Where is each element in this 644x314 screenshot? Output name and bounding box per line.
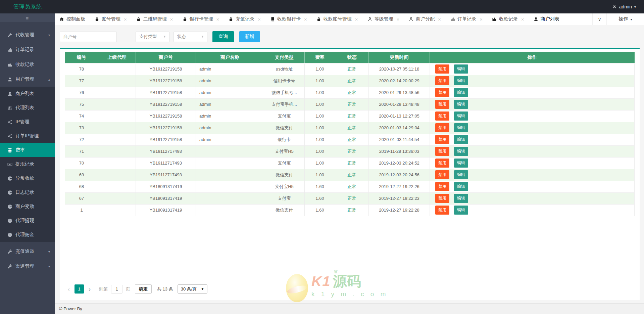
next-page-button[interactable]: › [86,285,94,294]
close-icon[interactable]: × [438,17,441,22]
close-icon[interactable]: × [258,17,261,22]
tab[interactable]: 收款记录 × [487,13,529,25]
sidebar-item[interactable]: IP管理 [0,115,55,129]
close-icon[interactable]: × [355,17,358,22]
page-size-select[interactable]: 30 条/页 ▼ [178,284,208,294]
cell-actions: 禁用 编辑 [430,122,635,134]
tab[interactable]: 银行卡管理 × [178,13,224,25]
tab[interactable]: 商户分配 × [404,13,446,25]
sidebar-item[interactable]: 日志记录 [0,185,55,199]
goto-page-input[interactable] [111,285,122,294]
sidebar-item[interactable]: 渠道管理 ▾ [0,259,55,274]
tab[interactable]: 收款账号管理 × [312,13,363,25]
close-icon[interactable]: × [124,17,127,22]
prev-page-button[interactable]: ‹ [65,285,73,294]
edit-button[interactable]: 编辑 [454,170,468,179]
edit-button[interactable]: 编辑 [454,111,468,121]
sidebar-item[interactable]: 费率 [0,143,55,157]
pay-type-select[interactable]: 支付类型 ▼ [136,32,169,42]
sidebar-item[interactable]: 代理列表 [0,101,55,115]
disable-button[interactable]: 禁用 [435,206,449,215]
cell-updated: 2020-01-13 12:27:05 [369,110,430,122]
status-badge: 正常 [335,192,369,204]
goto-confirm-button[interactable]: 确定 [135,284,152,294]
close-icon[interactable]: × [521,17,524,22]
edit-button[interactable]: 编辑 [454,88,468,97]
add-button[interactable]: 新增 [239,31,260,42]
disable-button[interactable]: 禁用 [435,182,449,191]
search-button[interactable]: 查询 [212,31,234,42]
edit-button[interactable]: 编辑 [454,147,468,156]
sidebar-item[interactable]: 代理提现 [0,214,55,228]
tabs-overflow-button[interactable]: ∨ [592,13,606,25]
sidebar-item-label: 充值通道 [15,249,34,255]
disable-button[interactable]: 禁用 [435,194,449,203]
disable-button[interactable]: 禁用 [435,123,449,132]
disable-button[interactable]: 禁用 [435,111,449,121]
close-icon[interactable]: × [397,17,400,22]
close-icon[interactable]: × [216,17,219,22]
sidebar-item[interactable]: 充值通道 ▾ [0,244,55,259]
sidebar-item[interactable]: 代理佣金 [0,228,55,242]
cell-actions: 禁用 编辑 [430,181,635,192]
disable-button[interactable]: 禁用 [435,64,449,74]
close-icon[interactable]: × [170,17,173,22]
cell-actions: 禁用 编辑 [430,110,635,122]
edit-button[interactable]: 编辑 [454,76,468,85]
tab-label: 订单记录 [457,16,476,22]
close-icon[interactable]: × [304,17,307,22]
sidebar-item[interactable]: 订单IP管理 [0,129,55,143]
sidebar-item[interactable]: 订单记录 [0,42,55,57]
disable-button[interactable]: 禁用 [435,147,449,156]
edit-button[interactable]: 编辑 [454,194,468,203]
sidebar-item[interactable]: 商户变动 [0,199,55,214]
status-select[interactable]: 状态 ▼ [174,32,207,42]
disable-button[interactable]: 禁用 [435,100,449,109]
cell-merchant-name [196,181,264,192]
sidebar-item[interactable]: 商户列表 [0,87,55,101]
disable-button[interactable]: 禁用 [435,159,449,168]
sidebar-item[interactable]: 代收管理 ▾ [0,28,55,42]
cell-agent [98,98,136,110]
cell-merchant-name: admin [196,134,264,145]
disable-button[interactable]: 禁用 [435,170,449,179]
tab-actions-dropdown[interactable]: 操作 ▾ [606,13,644,25]
tab[interactable]: 充值记录 × [224,13,265,25]
edit-button[interactable]: 编辑 [454,64,468,74]
disable-button[interactable]: 禁用 [435,135,449,144]
disable-button[interactable]: 禁用 [435,88,449,97]
cell-updated: 2019-12-27 19:22:23 [369,192,430,204]
tab[interactable]: 收款银行卡 × [265,13,312,25]
edit-button[interactable]: 编辑 [454,159,468,168]
sidebar-item[interactable]: 异常收款 [0,171,55,185]
cell-merchant-no: YB19122719158 [136,98,196,110]
disable-button[interactable]: 禁用 [435,76,449,85]
close-icon[interactable]: × [480,17,483,22]
edit-button[interactable]: 编辑 [454,100,468,109]
cell-merchant-name: admin [196,87,264,98]
tab[interactable]: 订单记录 × [446,13,487,25]
table-row: 68 YB18091317419 支付宝H5 1.60 正常 2019-12-2… [65,181,635,192]
cell-agent [98,110,136,122]
table-row: 71 YB19112717493 支付宝H5 1.00 正常 2019-11-2… [65,145,635,157]
user-menu[interactable]: admin ▾ [612,4,644,9]
tab-icon [183,17,187,21]
page-number-button[interactable]: 1 [75,284,84,294]
cell-updated: 2020-02-14 20:00:29 [369,75,430,87]
tab[interactable]: 商户列表 [529,13,564,25]
tab[interactable]: 控制面板 [55,13,90,25]
edit-button[interactable]: 编辑 [454,182,468,191]
brand-title[interactable]: 管理员系统 [0,3,42,10]
edit-button[interactable]: 编辑 [454,206,468,215]
sidebar-item[interactable]: 收款记录 [0,57,55,72]
cell-rate: 1.00 [305,87,335,98]
tab[interactable]: 账号管理 × [90,13,132,25]
sidebar-item[interactable]: 用户管理 ▴ [0,72,55,87]
merchant-no-input[interactable] [60,32,117,42]
tab[interactable]: 等级管理 × [363,13,404,25]
sidebar-item[interactable]: 提现记录 [0,157,55,171]
tab[interactable]: 二维码管理 × [132,13,178,25]
edit-button[interactable]: 编辑 [454,123,468,132]
edit-button[interactable]: 编辑 [454,135,468,144]
sidebar-collapse-button[interactable]: ≡ [0,13,55,22]
